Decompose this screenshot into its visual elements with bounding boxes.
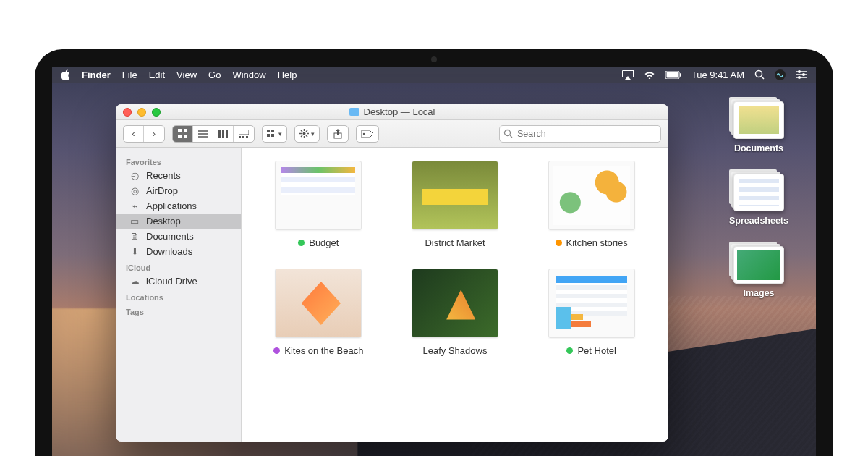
- sidebar-heading[interactable]: Favorites: [116, 153, 241, 168]
- back-button[interactable]: ‹: [124, 126, 144, 142]
- sidebar-heading[interactable]: Tags: [116, 303, 241, 318]
- desktop-icon: ▭: [129, 216, 140, 227]
- svg-rect-1: [666, 72, 678, 77]
- sidebar-item-airdrop[interactable]: ◎AirDrop: [116, 183, 241, 198]
- desktop-stack[interactable]: Images: [719, 246, 799, 298]
- svg-rect-28: [267, 134, 270, 137]
- svg-point-3: [756, 71, 762, 77]
- menu-edit[interactable]: Edit: [149, 69, 165, 80]
- svg-line-37: [306, 130, 307, 132]
- svg-line-42: [510, 135, 512, 138]
- group-by-button[interactable]: ▾: [262, 125, 287, 143]
- file-item[interactable]: Kitchen stories: [532, 161, 651, 248]
- file-item[interactable]: Budget: [259, 161, 378, 248]
- sidebar-item-documents[interactable]: 🗎Documents: [116, 229, 241, 244]
- clock-icon: ◴: [129, 171, 140, 181]
- menubar-clock[interactable]: Tue 9:41 AM: [692, 69, 744, 80]
- tag-dot: [556, 240, 562, 246]
- svg-rect-26: [267, 130, 270, 132]
- battery-icon[interactable]: [665, 71, 681, 79]
- apps-icon: ⌁: [129, 201, 140, 211]
- file-thumbnail: [275, 269, 362, 338]
- sidebar-item-label: AirDrop: [146, 185, 178, 196]
- svg-rect-22: [239, 130, 249, 135]
- menu-file[interactable]: File: [122, 69, 137, 80]
- stack-thumbnail: [733, 246, 784, 284]
- file-item[interactable]: Pet Hotel: [532, 269, 651, 356]
- svg-point-7: [798, 70, 801, 73]
- finder-content: BudgetDistrict MarketKitchen storiesKite…: [242, 148, 668, 442]
- sidebar-item-desktop[interactable]: ▭Desktop: [116, 214, 241, 229]
- window-minimize-button[interactable]: [137, 108, 146, 117]
- finder-toolbar: ‹ › ▾ ▾: [116, 120, 668, 148]
- file-thumbnail: [548, 269, 635, 338]
- search-icon: [503, 128, 513, 141]
- airdrop-icon: ◎: [129, 186, 140, 196]
- window-zoom-button[interactable]: [152, 108, 161, 117]
- stack-label: Spreadsheets: [719, 216, 799, 226]
- window-title: Desktop — Local: [364, 106, 435, 117]
- file-thumbnail: [412, 161, 498, 230]
- apple-menu-icon[interactable]: [61, 69, 70, 80]
- sidebar-item-label: Recents: [146, 170, 181, 181]
- menubar-app-name[interactable]: Finder: [82, 69, 111, 80]
- desktop-screen: Finder File Edit View Go Window Help Tue…: [52, 67, 816, 456]
- tags-button[interactable]: [356, 125, 379, 143]
- svg-rect-25: [246, 136, 248, 138]
- gallery-view-button[interactable]: [234, 126, 254, 142]
- column-view-button[interactable]: [213, 126, 234, 142]
- action-button[interactable]: ▾: [294, 125, 320, 143]
- svg-rect-29: [271, 134, 274, 137]
- finder-window: Desktop — Local ‹ › ▾ ▾: [116, 104, 668, 442]
- doc-icon: 🗎: [129, 232, 140, 242]
- desktop-stack[interactable]: Spreadsheets: [719, 174, 799, 226]
- svg-point-40: [363, 132, 365, 134]
- file-label: Kitchen stories: [566, 237, 628, 248]
- cloud-icon: ☁: [129, 276, 140, 287]
- menu-window[interactable]: Window: [232, 69, 265, 80]
- wifi-icon[interactable]: [644, 70, 655, 79]
- stack-label: Images: [719, 288, 799, 298]
- file-item[interactable]: Leafy Shadows: [396, 269, 515, 356]
- file-label: Leafy Shadows: [423, 345, 488, 356]
- file-item[interactable]: Kites on the Beach: [259, 269, 378, 356]
- file-label: Pet Hotel: [577, 345, 616, 356]
- icon-view-button[interactable]: [173, 126, 193, 142]
- svg-rect-13: [184, 129, 187, 132]
- menu-view[interactable]: View: [176, 69, 197, 80]
- control-center-icon[interactable]: [796, 70, 807, 79]
- stack-label: Documents: [719, 143, 799, 153]
- forward-button[interactable]: ›: [144, 126, 164, 142]
- tag-dot: [566, 347, 573, 354]
- sidebar-item-downloads[interactable]: ⬇Downloads: [116, 244, 241, 259]
- sidebar-heading[interactable]: iCloud: [116, 259, 241, 274]
- list-view-button[interactable]: [193, 126, 213, 142]
- sidebar-heading[interactable]: Locations: [116, 289, 241, 303]
- tag-dot: [273, 347, 280, 354]
- svg-rect-21: [226, 130, 228, 138]
- menu-go[interactable]: Go: [208, 69, 221, 80]
- sidebar-item-icloud-drive[interactable]: ☁iCloud Drive: [116, 274, 241, 289]
- menu-help[interactable]: Help: [278, 69, 297, 80]
- file-item[interactable]: District Market: [396, 161, 515, 248]
- sidebar-item-label: iCloud Drive: [146, 276, 197, 287]
- svg-line-35: [301, 130, 302, 132]
- share-button[interactable]: [327, 125, 349, 143]
- sidebar-item-recents[interactable]: ◴Recents: [116, 168, 241, 183]
- svg-rect-2: [680, 73, 681, 77]
- file-label: Kites on the Beach: [284, 345, 363, 356]
- nav-buttons: ‹ ›: [123, 125, 165, 143]
- sidebar-item-applications[interactable]: ⌁Applications: [116, 198, 241, 214]
- siri-icon[interactable]: [775, 69, 786, 80]
- airplay-icon[interactable]: [622, 70, 634, 80]
- spotlight-icon[interactable]: [754, 69, 765, 80]
- desktop-stack[interactable]: Documents: [719, 101, 799, 153]
- stack-thumbnail: [733, 174, 784, 211]
- window-close-button[interactable]: [123, 108, 132, 117]
- svg-line-36: [306, 135, 307, 137]
- sidebar-item-label: Desktop: [146, 216, 181, 227]
- search-input[interactable]: [499, 125, 661, 143]
- svg-rect-14: [178, 135, 182, 138]
- sidebar-item-label: Documents: [146, 231, 194, 242]
- finder-titlebar[interactable]: Desktop — Local: [116, 104, 668, 120]
